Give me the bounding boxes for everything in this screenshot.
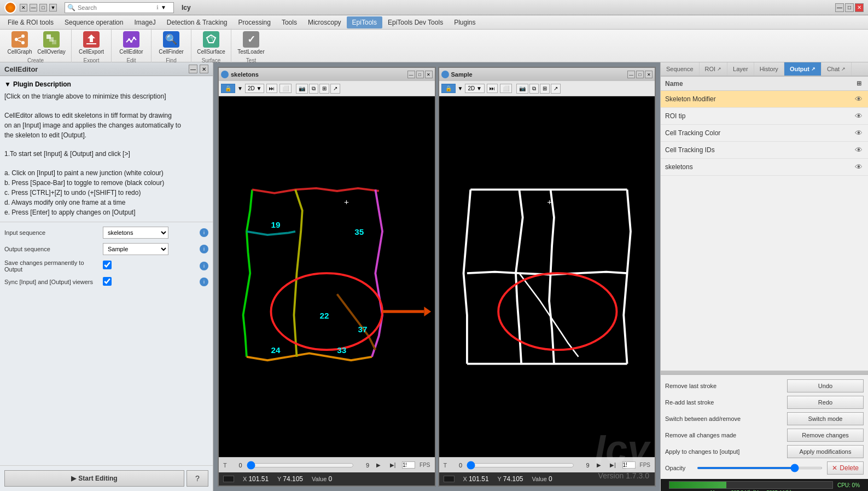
sample-camera-btn[interactable]: 📷 [516,84,528,94]
right-tab-bar: Sequence ROI ↗ Layer History Output ↗ Ch… [661,62,868,77]
output-sequence-select[interactable]: Sample [103,243,168,255]
skeleton-next-btn[interactable]: ▶| [388,460,398,470]
sample-pixel-color [444,476,455,482]
skeleton-play-btn[interactable]: ▶ [374,460,383,470]
redo-button[interactable]: Redo [787,396,864,409]
search-bar[interactable]: 🔍 ℹ ▼ [65,2,174,13]
close-btn[interactable]: ✕ [20,4,27,11]
plugin-desc-toggle[interactable]: ▼ Plugin Description [4,80,208,88]
panel-minimize-btn[interactable]: — [189,65,197,73]
save-changes-checkbox[interactable] [103,261,112,269]
tab-chat[interactable]: Chat ↗ [822,62,852,76]
sample-copy-btn[interactable]: ⧉ [529,84,539,94]
cell-finder-button[interactable]: 🔍 CellFinder [156,28,187,57]
win-controls[interactable]: ✕ — □ ▼ [20,4,57,11]
layer-row-skeletons[interactable]: skeletons 👁 [661,159,868,176]
test-loader-button[interactable]: ✓ TestLoader [236,28,266,57]
menu-microscopy[interactable]: Microscopy [302,16,347,28]
sample-lock-btn[interactable]: 🔒 [441,84,456,93]
sync-viewers-info[interactable]: i [200,278,208,286]
skeleton-viewer-icon [221,71,229,78]
apply-modifications-button[interactable]: Apply modifications [787,445,864,458]
skeleton-canvas[interactable]: 19 35 22 37 24 33 + [219,96,435,457]
sample-minimize-btn[interactable]: — [627,71,635,78]
layer-visibility-skeleton-modifier[interactable]: 👁 [854,94,864,104]
delete-button[interactable]: ✕ Delete [827,461,864,475]
cell-overlay-button[interactable]: CellOverlay [36,28,67,57]
layer-visibility-roi-tip[interactable]: 👁 [854,111,864,121]
opacity-slider[interactable] [697,467,823,469]
skeleton-lock-btn[interactable]: 🔒 [221,84,235,93]
help-button[interactable]: ? [187,470,208,487]
menu-processing[interactable]: Processing [233,16,276,28]
skeleton-t-slider[interactable] [247,461,354,470]
tab-sequence[interactable]: Sequence [661,62,700,76]
menu-imagej[interactable]: ImageJ [129,16,161,28]
menu-sequence-op[interactable]: Sequence operation [59,16,129,28]
undo-button[interactable]: Undo [787,379,864,392]
settings-btn[interactable]: ▼ [49,4,57,11]
cell-graph-button[interactable]: CellGraph [4,28,35,57]
sample-duplicate-btn[interactable]: ⊞ [540,84,550,94]
sample-close-btn[interactable]: ✕ [645,71,653,78]
skeleton-duplicate-btn[interactable]: ⊞ [319,84,329,94]
panel-close-btn[interactable]: ✕ [200,65,208,73]
sample-anim-btn[interactable]: ⏭ [487,84,498,93]
skeleton-export-btn[interactable]: ↗ [330,84,340,94]
layer-row-roi-tip[interactable]: ROI tip 👁 [661,108,868,125]
switch-mode-button[interactable]: Switch mode [787,412,864,425]
skeleton-fit-btn[interactable]: ⬜ [279,84,292,93]
layer-row-cell-tracking-color[interactable]: Cell Tracking Color 👁 [661,125,868,142]
input-seq-info[interactable]: i [200,228,208,237]
save-changes-info[interactable]: i [200,262,208,270]
menu-detection[interactable]: Detection & Tracking [161,16,233,28]
menu-epitools[interactable]: EpiTools [347,16,382,28]
expand-btn[interactable]: ⊞ [854,79,864,88]
close-window-btn[interactable]: ✕ [855,3,864,12]
sample-maximize-btn[interactable]: □ [636,71,644,78]
sample-export-btn[interactable]: ↗ [551,84,561,94]
skeleton-2d-btn[interactable]: 2D ▼ [245,84,264,93]
minimize-btn[interactable]: — [30,4,37,11]
minimize-window-btn[interactable]: — [835,3,844,12]
output-seq-info[interactable]: i [200,245,208,253]
skeleton-camera-btn[interactable]: 📷 [296,84,308,94]
remove-changes-button[interactable]: Remove changes [787,429,864,442]
layer-visibility-cell-tracking-color[interactable]: 👁 [854,128,864,138]
center-area: skeletons — □ ✕ 🔒 ▼ 2D ▼ ⏭ ⬜ 📷 ⧉ [213,62,660,491]
tab-layer[interactable]: Layer [727,62,754,76]
desc-line-7: c. Press [CTRL]+[Z] to undo (+[SHIFT] to… [4,188,208,198]
tab-roi[interactable]: ROI ↗ [700,62,728,76]
skeleton-maximize-btn[interactable]: □ [416,71,424,78]
sample-fit-btn[interactable]: ⬜ [500,84,512,93]
sample-canvas[interactable]: + [439,96,655,457]
svg-text:+: + [547,197,552,206]
skeleton-copy-btn[interactable]: ⧉ [309,84,318,94]
skeleton-minimize-btn[interactable]: — [407,71,415,78]
maximize-window-btn[interactable]: □ [845,3,854,12]
menu-file-roi[interactable]: File & ROI tools [2,16,59,28]
sync-viewers-checkbox[interactable] [103,277,112,286]
tab-output[interactable]: Output ↗ [784,62,822,76]
layer-row-cell-tracking-ids[interactable]: Cell Tracking IDs 👁 [661,142,868,159]
input-sequence-select[interactable]: skeletons [103,227,168,239]
skeleton-fps-input[interactable] [402,461,415,469]
start-editing-button[interactable]: ▶ Start Editing [4,470,184,487]
search-input[interactable] [78,4,154,11]
search-dropdown-icon[interactable]: ▼ [161,4,166,10]
menu-tools[interactable]: Tools [276,16,302,28]
cell-export-button[interactable]: CellExport [76,28,107,57]
skeleton-anim-btn[interactable]: ⏭ [266,84,277,93]
sample-t-slider[interactable] [467,461,574,470]
menu-epitools-dev[interactable]: EpiTools Dev Tools [382,16,448,28]
layer-visibility-skeletons[interactable]: 👁 [854,162,864,172]
cell-editor-button[interactable]: CellEditor [116,28,147,57]
layer-row-skeleton-modifier[interactable]: Skeleton Modifier 👁 [661,91,868,108]
tab-history[interactable]: History [754,62,784,76]
sample-2d-btn[interactable]: 2D ▼ [465,84,484,93]
restore-btn[interactable]: □ [39,4,47,11]
cell-surface-button[interactable]: CellSurface [196,28,226,57]
skeleton-close-btn[interactable]: ✕ [425,71,433,78]
layer-visibility-cell-tracking-ids[interactable]: 👁 [854,145,864,155]
menu-plugins[interactable]: Plugins [448,16,481,28]
